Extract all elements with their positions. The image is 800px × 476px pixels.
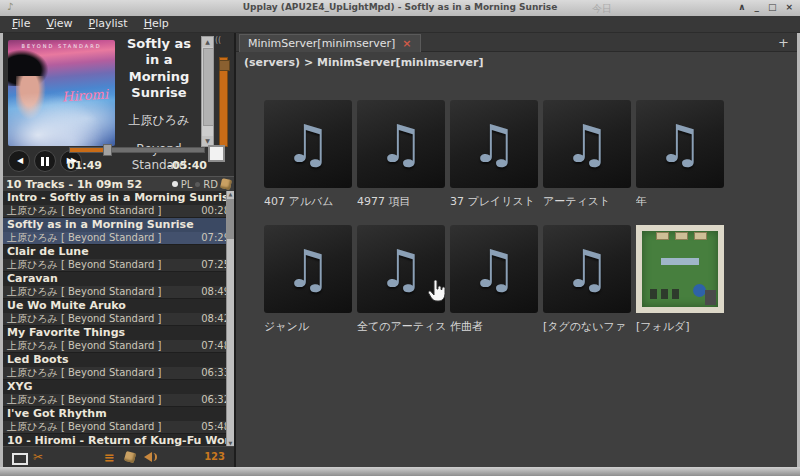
board-part <box>661 289 668 299</box>
music-tile: ♫ <box>450 100 538 188</box>
track-title: I've Got Rhythm <box>3 407 234 421</box>
now-playing-title: Softly as in a Morning Sunrise <box>118 36 200 101</box>
save-playlist-icon[interactable] <box>124 451 136 463</box>
previous-button[interactable]: ◀ <box>8 150 30 172</box>
track-title: Softly as in a Morning Sunrise <box>3 218 234 232</box>
scroll-up-icon[interactable]: ▲ <box>202 37 213 47</box>
menu-playlist[interactable]: Playlist <box>81 16 136 32</box>
browser-panel: MinimServer[minimserver] × + (servers) >… <box>236 33 797 467</box>
breadcrumb[interactable]: (servers) > MinimServer[minimserver] <box>236 52 797 71</box>
track-numbers-icon[interactable]: 123 <box>204 451 225 462</box>
music-note-icon: ♫ <box>471 114 518 174</box>
repeat-icon[interactable] <box>12 453 28 465</box>
browser-item[interactable]: ♫年 <box>636 100 729 225</box>
speaker-icon[interactable] <box>144 452 152 462</box>
browser-item-label: アーティスト <box>543 194 633 209</box>
pause-button[interactable] <box>34 150 56 172</box>
scissors-icon[interactable]: ✂ <box>33 450 43 464</box>
menu-file[interactable]: File <box>4 16 38 32</box>
elapsed-time: 01:49 <box>67 159 102 172</box>
info-scrollbar[interactable]: ▲ ▼ <box>201 36 214 147</box>
board-part <box>675 232 688 240</box>
track-artist: 上原ひろみ [ Beyond Standard ] <box>7 259 161 271</box>
music-note-icon: ♫ <box>285 114 332 174</box>
browser-item[interactable]: ♫作曲者 <box>450 225 543 350</box>
pl-mode-label[interactable]: PL <box>181 179 193 190</box>
playlist-track[interactable]: Clair de Lune上原ひろみ [ Beyond Standard ]07… <box>3 245 234 272</box>
tab-label: MinimServer[minimserver] <box>248 37 395 50</box>
stop-button[interactable] <box>208 145 225 162</box>
board-part <box>694 232 707 240</box>
playlist-track[interactable]: Softly as in a Morning Sunrise上原ひろみ [ Be… <box>3 218 234 245</box>
playlist-scrollbar[interactable]: ▲ ▼ <box>226 191 234 446</box>
pl-active-dot <box>172 181 178 187</box>
browser-item-label: 4977 項目 <box>357 194 447 209</box>
playlist-track[interactable]: Ue Wo Muite Aruko上原ひろみ [ Beyond Standard… <box>3 299 234 326</box>
board-part <box>672 289 679 299</box>
playlist-mode-icon[interactable] <box>220 178 232 190</box>
shade-button[interactable]: ∧ <box>738 1 745 14</box>
track-title: Led Boots <box>3 353 234 367</box>
browser-item[interactable]: ♫407 アルバム <box>264 100 357 225</box>
scrollbar-thumb[interactable] <box>203 48 214 126</box>
browser-item-label: 407 アルバム <box>264 194 354 209</box>
seek-handle[interactable] <box>103 144 112 156</box>
tab-minimserver[interactable]: MinimServer[minimserver] × <box>239 34 421 52</box>
maximize-button[interactable]: □ <box>768 1 777 14</box>
playlist-track[interactable]: I've Got Rhythm上原ひろみ [ Beyond Standard ]… <box>3 407 234 434</box>
track-artist: 上原ひろみ [ Beyond Standard ] <box>7 421 161 433</box>
music-note-icon: ♫ <box>564 114 611 174</box>
close-button[interactable]: × <box>785 1 793 14</box>
seek-slider[interactable] <box>69 147 205 153</box>
time-row: 01:49 -05:40 <box>67 159 207 172</box>
playlist-track[interactable]: XYG上原ひろみ [ Beyond Standard ]06:32 <box>3 380 234 407</box>
track-title: 10 - Hiromi - Return of Kung-Fu World Ch… <box>3 434 234 446</box>
playlist-toolbar: ✂ ≡ 123 <box>3 446 234 467</box>
volume-handle[interactable] <box>219 60 230 71</box>
menu-view[interactable]: View <box>38 16 80 32</box>
playlist-modes: PL RD <box>172 179 234 190</box>
album-art-artist-text: Hiromi <box>62 86 109 104</box>
playlist-track[interactable]: 10 - Hiromi - Return of Kung-Fu World Ch… <box>3 434 234 446</box>
playlist-list-icon[interactable]: ≡ <box>104 450 115 465</box>
browser-item[interactable]: ♫アーティスト <box>543 100 636 225</box>
browser-item[interactable]: [フォルダ] <box>636 225 729 350</box>
playlist-track[interactable]: Caravan上原ひろみ [ Beyond Standard ]08:49 <box>3 272 234 299</box>
rd-mode-label[interactable]: RD <box>203 179 218 190</box>
music-note-icon: ♫ <box>564 239 611 299</box>
titlebar-overlay-text: 今日 <box>592 2 612 16</box>
music-note-icon: ♫ <box>285 239 332 299</box>
volume-slider[interactable] <box>219 57 228 147</box>
board-part <box>656 232 669 240</box>
browser-item-label: 全てのアーティス <box>357 319 447 334</box>
track-artist: 上原ひろみ [ Beyond Standard ] <box>7 286 161 298</box>
music-tile: ♫ <box>264 225 352 313</box>
music-note-icon: ♫ <box>378 114 425 174</box>
app-icon: ♪ <box>7 1 13 12</box>
window-controls: ∧_□× <box>738 1 793 14</box>
now-playing-artist: 上原ひろみ <box>118 112 200 129</box>
track-subtitle: 上原ひろみ [ Beyond Standard ]05:48 <box>3 421 234 433</box>
track-title: My Favorite Things <box>3 326 234 340</box>
browser-item[interactable]: ♫4977 項目 <box>357 100 450 225</box>
add-tab-button[interactable]: + <box>778 36 789 49</box>
track-subtitle: 上原ひろみ [ Beyond Standard ]08:42 <box>3 313 234 325</box>
music-tile: ♫ <box>264 100 352 188</box>
track-title: Caravan <box>3 272 234 286</box>
browser-item[interactable]: ♫37 プレイリスト <box>450 100 543 225</box>
scroll-up-icon[interactable]: ▲ <box>227 191 234 197</box>
menu-help[interactable]: Help <box>136 16 177 32</box>
titlebar[interactable]: ♪ Upplay (APU2E4_UpLightMpd) - Softly as… <box>0 0 800 17</box>
browser-item[interactable]: ♫[タグのないファ <box>543 225 636 350</box>
scrollbar-thumb[interactable] <box>227 199 234 239</box>
playlist-track[interactable]: Intro - Softly as in a Morning Sunrise上原… <box>3 191 234 218</box>
browser-item-label: 37 プレイリスト <box>450 194 540 209</box>
browser-item[interactable]: ♫ジャンル <box>264 225 357 350</box>
playlist-track[interactable]: My Favorite Things上原ひろみ [ Beyond Standar… <box>3 326 234 353</box>
track-title: Ue Wo Muite Aruko <box>3 299 234 313</box>
minimize-button[interactable]: _ <box>754 1 759 14</box>
track-subtitle: 上原ひろみ [ Beyond Standard ]07:29 <box>3 232 234 244</box>
playlist-track[interactable]: Led Boots上原ひろみ [ Beyond Standard ]06:33 <box>3 353 234 380</box>
board-part <box>705 290 716 305</box>
tab-close-icon[interactable]: × <box>402 38 411 49</box>
